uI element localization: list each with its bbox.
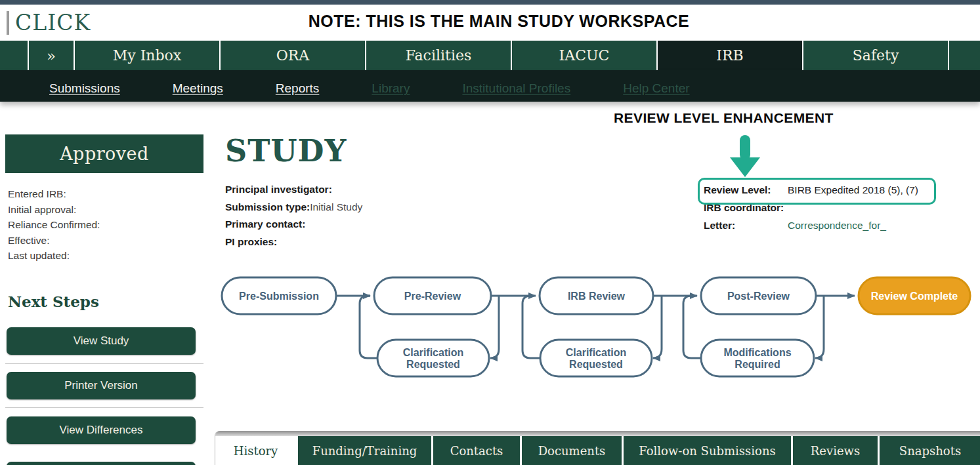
- button-divider: [5, 407, 203, 408]
- workflow-stage-post-review: Post-Review: [701, 277, 816, 314]
- nav-tab-ora[interactable]: ORA: [221, 41, 366, 70]
- workflow-stage-irb-review: IRB Review: [540, 277, 653, 314]
- study-dates: Entered IRB:Initial approval:Reliance Co…: [8, 186, 100, 264]
- field-review-level: Review Level:BIRB Expedited 2018 (5), (7…: [704, 181, 918, 199]
- nav-expand-chevron[interactable]: »: [29, 41, 75, 70]
- subnav-item-library: Library: [372, 81, 410, 96]
- tab-snapshots[interactable]: Snapshots: [880, 436, 980, 465]
- button-divider: [5, 363, 203, 364]
- svg-text:IRB Review: IRB Review: [568, 291, 626, 302]
- tab-follow-on-submissions[interactable]: Follow-on Submissions: [624, 436, 793, 465]
- tab-funding-training[interactable]: Funding/Training: [298, 436, 433, 465]
- date-label-reliance-confirmed: Reliance Confirmed:: [8, 217, 100, 233]
- nav-left-stub: [0, 41, 29, 70]
- irb-sub-nav: SubmissionsMeetingsReportsLibraryInstitu…: [0, 70, 980, 102]
- nav-tab-safety[interactable]: Safety: [803, 41, 949, 70]
- nav-tab-irb[interactable]: IRB: [658, 41, 803, 70]
- field-primary-contact: Primary contact:: [225, 216, 362, 233]
- field-value: BIRB Expedited 2018 (5), (7): [788, 181, 918, 199]
- subnav-item-help-center: Help Center: [623, 81, 689, 96]
- subnav-item-meetings[interactable]: Meetings: [173, 81, 223, 96]
- next-steps-title: Next Steps: [8, 293, 99, 310]
- workflow-stage-modifications-required: ModificationsRequired: [701, 340, 814, 376]
- svg-text:Pre-Submission: Pre-Submission: [239, 291, 319, 302]
- field-label: Letter:: [704, 216, 788, 234]
- subnav-item-institutional-profiles: Institutional Profiles: [462, 81, 570, 96]
- nav-tab-my-inbox[interactable]: My Inbox: [75, 41, 221, 70]
- workflow-stage-review-complete: Review Complete: [859, 277, 970, 314]
- study-workspace: CLICK NOTE: THIS IS THE MAIN STUDY WORKS…: [0, 0, 980, 465]
- field-value: Initial Study: [310, 199, 362, 216]
- tab-reviews[interactable]: Reviews: [793, 436, 880, 465]
- workflow-stage-pre-review: Pre-Review: [374, 277, 491, 314]
- tabbar: HistoryFunding/TrainingContactsDocuments…: [215, 436, 980, 465]
- workflow-diagram: Pre-SubmissionPre-ReviewIRB ReviewPost-R…: [219, 271, 980, 386]
- printer-version-button[interactable]: Printer Version: [7, 372, 196, 399]
- field-label: PI proxies:: [225, 233, 309, 251]
- top-window-bar: [0, 0, 980, 5]
- study-fields-left: Principal investigator:Submission type:I…: [225, 181, 362, 251]
- nav-tab-facilities[interactable]: Facilities: [366, 41, 512, 70]
- study-fields-right: Review Level:BIRB Expedited 2018 (5), (7…: [704, 181, 918, 234]
- callout-arrow-icon: [726, 135, 764, 178]
- field-label: Principal investigator:: [225, 181, 332, 199]
- svg-text:Review Complete: Review Complete: [871, 291, 958, 302]
- field-pi-proxies: PI proxies:: [225, 233, 362, 251]
- tab-history[interactable]: History: [215, 436, 298, 465]
- workspace-tabs: HistoryFunding/TrainingContactsDocuments…: [215, 431, 980, 465]
- field-label: Primary contact:: [225, 216, 309, 233]
- sidebar-button-partial[interactable]: [7, 462, 196, 465]
- status-badge: Approved: [5, 134, 203, 173]
- subnav-item-submissions[interactable]: Submissions: [49, 81, 120, 96]
- date-label-last-updated: Last updated:: [8, 248, 100, 264]
- field-label: Submission type:: [225, 199, 310, 216]
- view-study-button[interactable]: View Study: [7, 327, 196, 355]
- view-differences-button[interactable]: View Differences: [7, 416, 196, 444]
- nav-tab-iacuc[interactable]: IACUC: [512, 41, 658, 70]
- field-label: Review Level:: [704, 181, 788, 199]
- field-value[interactable]: Correspondence_for_: [788, 216, 886, 234]
- workflow-stage-pre-submission: Pre-Submission: [222, 277, 336, 314]
- field-irb-coordinator: IRB coordinator:: [704, 199, 918, 216]
- header: CLICK NOTE: THIS IS THE MAIN STUDY WORKS…: [0, 5, 980, 41]
- svg-text:ClarificationRequested: ClarificationRequested: [566, 347, 626, 370]
- tabbar-top-edge: [215, 431, 980, 436]
- subnav-item-reports[interactable]: Reports: [276, 81, 320, 96]
- field-label: IRB coordinator:: [704, 199, 788, 216]
- workflow-stage-clarification-requested: ClarificationRequested: [377, 340, 489, 376]
- svg-text:ClarificationRequested: ClarificationRequested: [403, 347, 463, 370]
- svg-text:Post-Review: Post-Review: [727, 291, 790, 302]
- date-label-entered-irb: Entered IRB:: [8, 186, 100, 202]
- field-principal-investigator: Principal investigator:: [225, 181, 362, 199]
- date-label-effective: Effective:: [8, 233, 100, 249]
- nav-right-stub: [949, 41, 980, 70]
- workflow-stage-clarification-requested: ClarificationRequested: [540, 340, 652, 376]
- callout-label: REVIEW LEVEL ENHANCEMENT: [614, 110, 834, 126]
- field-letter: Letter:Correspondence_for_: [704, 216, 918, 234]
- svg-text:Pre-Review: Pre-Review: [404, 291, 461, 302]
- tab-contacts[interactable]: Contacts: [433, 436, 522, 465]
- date-label-initial-approval: Initial approval:: [8, 202, 100, 218]
- main-nav: »My InboxORAFacilitiesIACUCIRBSafety: [0, 41, 980, 70]
- field-submission-type: Submission type:Initial Study: [225, 199, 362, 216]
- annotation-note: NOTE: THIS IS THE MAIN STUDY WORKSPACE: [0, 12, 980, 31]
- page-title: STUDY: [225, 133, 347, 169]
- tab-documents[interactable]: Documents: [522, 436, 624, 465]
